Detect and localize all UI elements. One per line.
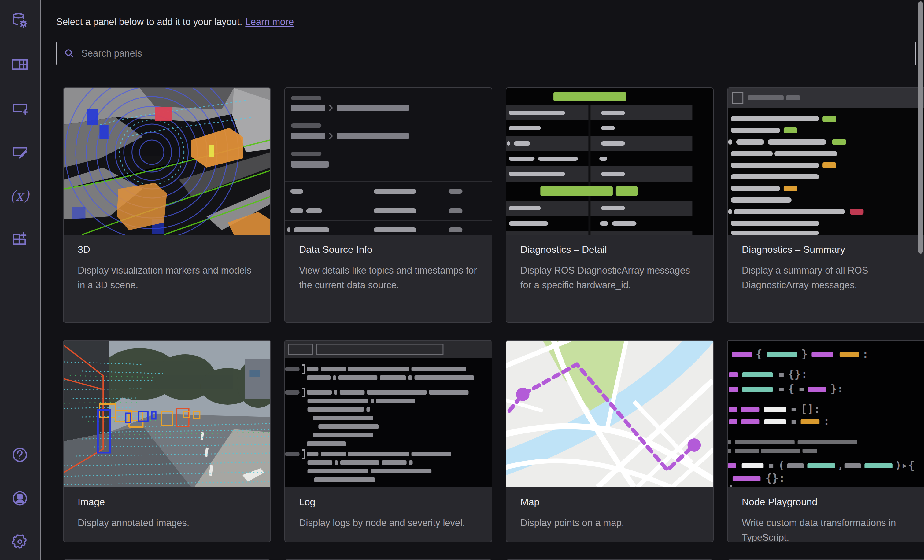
svg-text:{: { — [756, 347, 762, 360]
learn-more-link[interactable]: Learn more — [245, 16, 294, 27]
edit-panel-icon — [10, 142, 29, 162]
panel-description: Display ROS DiagnosticArray messages for… — [520, 263, 699, 292]
node-playground-thumbnail: { } : {}: — [728, 340, 924, 487]
panel-title: Node Playground — [742, 496, 920, 508]
data-source-settings-button[interactable] — [10, 11, 30, 31]
panel-card-log[interactable]: Log Display logs by node and severity le… — [284, 340, 492, 542]
svg-text::: : — [728, 481, 734, 487]
edit-panel-button[interactable] — [10, 142, 30, 162]
svg-text:[]:: []: — [801, 403, 820, 415]
panel-title: Map — [520, 496, 699, 508]
layouts-icon — [10, 55, 29, 74]
3d-thumbnail — [64, 88, 270, 235]
scrollbar-track[interactable] — [917, 0, 924, 560]
diagnostics-summary-thumbnail — [728, 88, 924, 235]
svg-text:}: } — [801, 347, 808, 360]
panel-card-image[interactable]: Image Display annotated images. — [63, 340, 271, 542]
panel-card-3d[interactable]: 3D Display visualization markers and mod… — [63, 87, 271, 323]
layouts-button[interactable] — [10, 55, 30, 74]
add-panel-button[interactable] — [10, 99, 30, 118]
sidebar-top-group: (x) — [10, 11, 30, 249]
panel-title: Data Source Info — [299, 244, 478, 255]
add-panel-icon — [10, 99, 29, 118]
search-panels-box[interactable] — [56, 42, 916, 66]
panel-description: View details like topics and timestamps … — [299, 263, 478, 292]
svg-text::: : — [862, 347, 868, 360]
panel-title: Diagnostics – Summary — [742, 244, 920, 255]
panel-description: Display logs by node and severity level. — [299, 516, 478, 530]
data-source-info-thumbnail — [285, 88, 492, 235]
svg-text:(: ( — [778, 459, 785, 472]
panel-description: Write custom data transformations in Typ… — [742, 516, 920, 542]
svg-text:,: , — [837, 459, 844, 472]
panel-title: 3D — [78, 244, 256, 255]
svg-text:)▸{: )▸{ — [895, 459, 915, 472]
panel-title: Diagnostics – Detail — [520, 244, 699, 255]
map-thumbnail — [506, 340, 713, 487]
search-input[interactable] — [81, 48, 908, 59]
settings-icon — [10, 532, 29, 551]
panel-card-data-source-info[interactable]: Data Source Info View details like topic… — [284, 87, 492, 323]
panel-title: Log — [299, 496, 478, 508]
panel-description: Display visualization markers and models… — [78, 263, 256, 292]
panel-catalog: Select a panel below to add it to your l… — [40, 0, 924, 560]
panel-description: Display a summary of all ROS DiagnosticA… — [742, 263, 920, 292]
panel-description: Display annotated images. — [78, 516, 256, 530]
sidebar-bottom-group — [10, 445, 30, 551]
extensions-button[interactable] — [10, 229, 30, 249]
extensions-icon — [10, 230, 29, 249]
data-source-settings-icon — [10, 11, 29, 30]
search-icon — [64, 48, 75, 59]
svg-text::: : — [823, 415, 830, 427]
settings-button[interactable] — [10, 532, 30, 551]
svg-text:{: { — [788, 382, 795, 395]
help-button[interactable] — [10, 445, 30, 465]
panel-description: Display points on a map. — [520, 516, 699, 530]
add-panel-screen: (x) — [0, 0, 924, 560]
sidebar: (x) — [0, 0, 40, 560]
panel-card-diagnostics-summary[interactable]: Diagnostics – Summary Display a summary … — [727, 87, 924, 323]
account-button[interactable] — [10, 488, 30, 508]
svg-text:}:: }: — [831, 382, 844, 395]
log-thumbnail — [285, 340, 492, 487]
panel-grid: 3D Display visualization markers and mod… — [63, 87, 924, 560]
diagnostics-detail-thumbnail — [506, 88, 713, 235]
svg-text:{}:: {}: — [788, 368, 808, 380]
image-thumbnail — [64, 340, 270, 487]
scrollbar-thumb[interactable] — [918, 1, 923, 254]
panel-title: Image — [78, 496, 256, 508]
panel-card-map[interactable]: Map Display points on a map. — [506, 340, 714, 542]
select-panel-prompt: Select a panel below to add it to your l… — [56, 16, 242, 27]
account-icon — [10, 489, 29, 508]
panel-card-diagnostics-detail[interactable]: Diagnostics – Detail Display ROS Diagnos… — [506, 87, 714, 323]
variables-button[interactable]: (x) — [10, 186, 30, 205]
help-icon — [10, 445, 29, 464]
variables-icon: (x) — [10, 188, 30, 204]
panel-card-node-playground[interactable]: { } : {}: — [727, 340, 924, 542]
svg-text:{}:: {}: — [765, 472, 785, 484]
